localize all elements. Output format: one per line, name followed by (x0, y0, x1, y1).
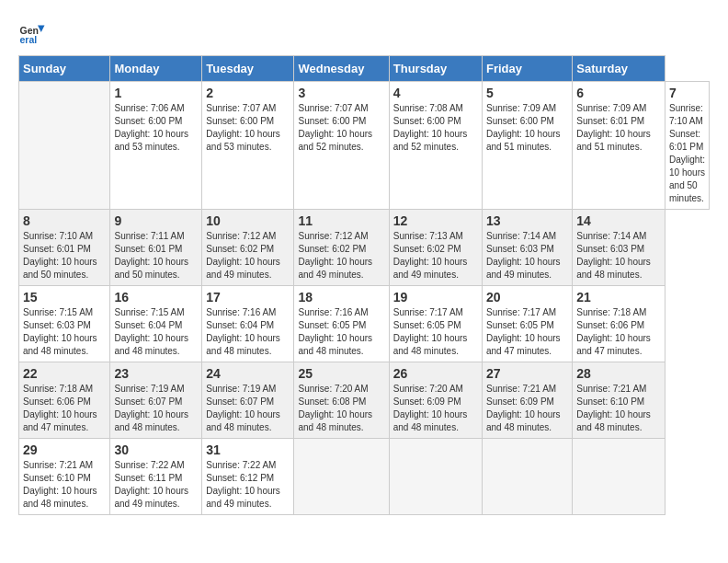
day-number: 22 (23, 366, 106, 381)
calendar-cell: 23 Sunrise: 7:19 AMSunset: 6:07 PMDaylig… (110, 362, 202, 439)
day-number: 23 (114, 366, 198, 381)
calendar-week-row: 29 Sunrise: 7:21 AMSunset: 6:10 PMDaylig… (19, 439, 710, 515)
day-number: 10 (206, 213, 290, 228)
day-info: Sunrise: 7:10 AMSunset: 6:01 PMDaylight:… (669, 102, 705, 205)
calendar-cell: 21 Sunrise: 7:18 AMSunset: 6:06 PMDaylig… (573, 286, 665, 362)
day-info: Sunrise: 7:17 AMSunset: 6:05 PMDaylight:… (393, 306, 478, 358)
calendar-cell: 16 Sunrise: 7:15 AMSunset: 6:04 PMDaylig… (110, 286, 202, 362)
calendar-cell (19, 82, 110, 210)
day-number: 15 (23, 290, 106, 304)
calendar-week-row: 15 Sunrise: 7:15 AMSunset: 6:03 PMDaylig… (19, 286, 710, 362)
calendar-cell: 6 Sunrise: 7:09 AMSunset: 6:01 PMDayligh… (573, 82, 665, 210)
day-number: 16 (114, 290, 198, 304)
day-number: 6 (576, 86, 661, 100)
day-number: 12 (393, 213, 478, 228)
day-info: Sunrise: 7:14 AMSunset: 6:03 PMDaylight:… (576, 230, 661, 282)
day-number: 20 (486, 290, 568, 304)
logo: Gen eral (18, 18, 50, 46)
day-number: 4 (393, 86, 478, 100)
day-number: 2 (206, 86, 290, 100)
day-info: Sunrise: 7:22 AMSunset: 6:12 PMDaylight:… (206, 459, 290, 511)
day-number: 26 (393, 366, 478, 381)
calendar-cell: 24 Sunrise: 7:19 AMSunset: 6:07 PMDaylig… (202, 362, 294, 439)
day-number: 28 (576, 366, 661, 381)
day-number: 21 (576, 290, 661, 304)
day-info: Sunrise: 7:10 AMSunset: 6:01 PMDaylight:… (23, 230, 106, 282)
calendar-cell (482, 439, 572, 515)
day-info: Sunrise: 7:08 AMSunset: 6:00 PMDaylight:… (393, 102, 478, 154)
day-number: 5 (486, 86, 568, 100)
calendar-cell: 26 Sunrise: 7:20 AMSunset: 6:09 PMDaylig… (389, 362, 482, 439)
day-info: Sunrise: 7:15 AMSunset: 6:04 PMDaylight:… (114, 306, 198, 358)
day-info: Sunrise: 7:21 AMSunset: 6:10 PMDaylight:… (23, 459, 106, 511)
page-header: Gen eral (18, 18, 710, 46)
calendar-cell: 20 Sunrise: 7:17 AMSunset: 6:05 PMDaylig… (482, 286, 572, 362)
calendar-cell: 11 Sunrise: 7:12 AMSunset: 6:02 PMDaylig… (294, 210, 389, 286)
logo-icon: Gen eral (18, 18, 46, 46)
svg-text:eral: eral (20, 34, 38, 45)
calendar-cell: 7 Sunrise: 7:10 AMSunset: 6:01 PMDayligh… (665, 82, 710, 210)
day-info: Sunrise: 7:09 AMSunset: 6:00 PMDaylight:… (486, 102, 568, 154)
calendar-cell: 15 Sunrise: 7:15 AMSunset: 6:03 PMDaylig… (19, 286, 110, 362)
day-number: 9 (114, 213, 198, 228)
day-number: 25 (298, 366, 384, 381)
calendar-cell: 13 Sunrise: 7:14 AMSunset: 6:03 PMDaylig… (482, 210, 572, 286)
col-header-thursday: Thursday (389, 56, 482, 82)
day-number: 7 (669, 86, 705, 100)
day-info: Sunrise: 7:09 AMSunset: 6:01 PMDaylight:… (576, 102, 661, 154)
day-info: Sunrise: 7:19 AMSunset: 6:07 PMDaylight:… (114, 383, 198, 434)
day-number: 19 (393, 290, 478, 304)
day-info: Sunrise: 7:06 AMSunset: 6:00 PMDaylight:… (114, 102, 198, 154)
day-info: Sunrise: 7:20 AMSunset: 6:08 PMDaylight:… (298, 383, 384, 434)
day-info: Sunrise: 7:12 AMSunset: 6:02 PMDaylight:… (206, 230, 290, 282)
day-number: 24 (206, 366, 290, 381)
day-info: Sunrise: 7:11 AMSunset: 6:01 PMDaylight:… (114, 230, 198, 282)
calendar-week-row: 8 Sunrise: 7:10 AMSunset: 6:01 PMDayligh… (19, 210, 710, 286)
day-info: Sunrise: 7:15 AMSunset: 6:03 PMDaylight:… (23, 306, 106, 358)
calendar-cell: 30 Sunrise: 7:22 AMSunset: 6:11 PMDaylig… (110, 439, 202, 515)
day-number: 31 (206, 442, 290, 457)
col-header-sunday: Sunday (19, 56, 110, 82)
col-header-tuesday: Tuesday (202, 56, 294, 82)
calendar-cell: 17 Sunrise: 7:16 AMSunset: 6:04 PMDaylig… (202, 286, 294, 362)
day-info: Sunrise: 7:22 AMSunset: 6:11 PMDaylight:… (114, 459, 198, 511)
day-number: 1 (114, 86, 198, 100)
calendar-table: SundayMondayTuesdayWednesdayThursdayFrid… (18, 55, 710, 515)
calendar-cell: 12 Sunrise: 7:13 AMSunset: 6:02 PMDaylig… (389, 210, 482, 286)
day-info: Sunrise: 7:18 AMSunset: 6:06 PMDaylight:… (576, 306, 661, 358)
col-header-friday: Friday (482, 56, 572, 82)
calendar-cell (294, 439, 389, 515)
calendar-cell: 25 Sunrise: 7:20 AMSunset: 6:08 PMDaylig… (294, 362, 389, 439)
calendar-cell: 31 Sunrise: 7:22 AMSunset: 6:12 PMDaylig… (202, 439, 294, 515)
calendar-cell: 19 Sunrise: 7:17 AMSunset: 6:05 PMDaylig… (389, 286, 482, 362)
calendar-cell: 14 Sunrise: 7:14 AMSunset: 6:03 PMDaylig… (573, 210, 665, 286)
calendar-cell: 10 Sunrise: 7:12 AMSunset: 6:02 PMDaylig… (202, 210, 294, 286)
day-number: 11 (298, 213, 384, 228)
day-info: Sunrise: 7:19 AMSunset: 6:07 PMDaylight:… (206, 383, 290, 434)
day-number: 27 (486, 366, 568, 381)
calendar-cell: 5 Sunrise: 7:09 AMSunset: 6:00 PMDayligh… (482, 82, 572, 210)
calendar-cell: 18 Sunrise: 7:16 AMSunset: 6:05 PMDaylig… (294, 286, 389, 362)
col-header-saturday: Saturday (573, 56, 665, 82)
col-header-monday: Monday (110, 56, 202, 82)
day-number: 30 (114, 442, 198, 457)
calendar-week-row: 1 Sunrise: 7:06 AMSunset: 6:00 PMDayligh… (19, 82, 710, 210)
day-number: 13 (486, 213, 568, 228)
day-info: Sunrise: 7:20 AMSunset: 6:09 PMDaylight:… (393, 383, 478, 434)
day-number: 8 (23, 213, 106, 228)
calendar-cell: 3 Sunrise: 7:07 AMSunset: 6:00 PMDayligh… (294, 82, 389, 210)
day-number: 18 (298, 290, 384, 304)
day-number: 3 (298, 86, 384, 100)
calendar-header-row: SundayMondayTuesdayWednesdayThursdayFrid… (19, 56, 710, 82)
calendar-cell: 28 Sunrise: 7:21 AMSunset: 6:10 PMDaylig… (573, 362, 665, 439)
svg-marker-2 (38, 26, 45, 33)
day-number: 29 (23, 442, 106, 457)
day-info: Sunrise: 7:12 AMSunset: 6:02 PMDaylight:… (298, 230, 384, 282)
day-info: Sunrise: 7:16 AMSunset: 6:04 PMDaylight:… (206, 306, 290, 358)
calendar-cell: 1 Sunrise: 7:06 AMSunset: 6:00 PMDayligh… (110, 82, 202, 210)
col-header-wednesday: Wednesday (294, 56, 389, 82)
calendar-cell (389, 439, 482, 515)
day-info: Sunrise: 7:07 AMSunset: 6:00 PMDaylight:… (298, 102, 384, 154)
day-number: 14 (576, 213, 661, 228)
day-info: Sunrise: 7:21 AMSunset: 6:10 PMDaylight:… (576, 383, 661, 434)
